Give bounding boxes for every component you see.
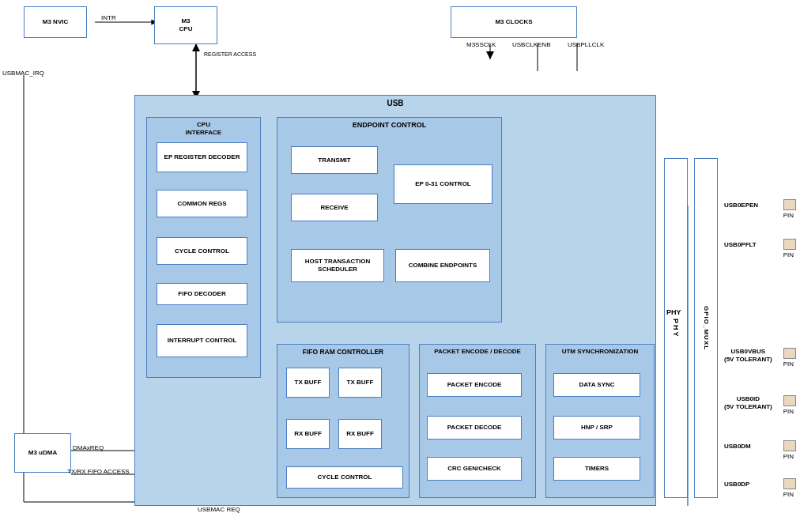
cycle-control-fifo-label: CYCLE CONTROL bbox=[318, 474, 372, 481]
crc-gen-check-block: CRC GEN/CHECK bbox=[427, 457, 522, 481]
usb0epen-label: USB0EPEN bbox=[724, 202, 758, 209]
fifo-decoder-label: FIFO DECODER bbox=[178, 290, 225, 298]
interrupt-control-label: INTERRUPT CONTROL bbox=[168, 337, 237, 345]
register-access-label: REGISTER ACCESS bbox=[204, 51, 256, 57]
interrupt-control-block: INTERRUPT CONTROL bbox=[157, 324, 247, 357]
fifo-ram-controller-label: FIFO RAM CONTROLLER bbox=[303, 348, 383, 356]
common-regs-block: COMMON REGS bbox=[157, 190, 247, 217]
m3-udma-label: M3 uDMA bbox=[28, 449, 57, 457]
usb0vbus-pin bbox=[783, 348, 796, 359]
usbmac-irq-label: USBMAC_IRQ bbox=[2, 70, 44, 77]
m3-clocks-label: M3 CLOCKS bbox=[495, 18, 532, 26]
usb0id-pin-label: PIN bbox=[783, 408, 794, 415]
usb0id-label: USB0ID(5V TOLERANT) bbox=[724, 395, 772, 412]
packet-encode-label: PACKET ENCODE bbox=[447, 381, 502, 389]
usbmac-req-label: USBMAC REQ bbox=[198, 506, 240, 513]
cycle-control-cpu-block: CYCLE CONTROL bbox=[157, 237, 247, 265]
ep-register-decoder-label: EP REGISTER DECODER bbox=[164, 153, 240, 161]
m3-clocks-block: M3 CLOCKS bbox=[451, 6, 577, 38]
dmaxreq-label: DMAxREQ bbox=[73, 444, 104, 451]
gpio-muxl-block: GPIO_MUXL bbox=[694, 158, 718, 498]
transmit-label: TRANSMIT bbox=[318, 157, 350, 164]
packet-decode-label: PACKET DECODE bbox=[447, 424, 502, 432]
tx-buff-2-block: TX BUFF bbox=[338, 368, 382, 398]
tx-buff-1-block: TX BUFF bbox=[286, 368, 330, 398]
data-sync-block: DATA SYNC bbox=[553, 373, 640, 397]
host-transaction-scheduler-label: HOST TRANSACTION SCHEDULER bbox=[292, 258, 383, 273]
hnp-srp-block: HNP / SRP bbox=[553, 416, 640, 440]
m3-udma-block: M3 uDMA bbox=[14, 433, 71, 473]
usb0dm-pin-label: PIN bbox=[783, 453, 794, 460]
rx-buff-2-block: RX BUFF bbox=[338, 419, 382, 449]
rx-buff-2-label: RX BUFF bbox=[346, 430, 374, 438]
rx-buff-1-label: RX BUFF bbox=[294, 430, 322, 438]
crc-gen-check-label: CRC GEN/CHECK bbox=[447, 465, 501, 473]
usb0dp-pin bbox=[783, 478, 796, 489]
usb0dp-label: USB0DP bbox=[724, 481, 749, 488]
host-transaction-scheduler-block: HOST TRANSACTION SCHEDULER bbox=[291, 249, 384, 282]
m3-cpu-block: M3CPU bbox=[154, 6, 217, 44]
m3ssclk-label: M3SSCLK bbox=[466, 41, 496, 48]
usb0vbus-label: USB0VBUS(5V TOLERANT) bbox=[724, 348, 772, 364]
svg-marker-7 bbox=[486, 51, 494, 59]
common-regs-label: COMMON REGS bbox=[177, 200, 226, 208]
utm-synchronization-label: UTM SYNCHRONIZATION bbox=[562, 348, 639, 356]
ep-0-31-control-block: EP 0-31 CONTROL bbox=[394, 164, 492, 204]
usb0pflt-pin bbox=[783, 239, 796, 250]
usb0epen-pin bbox=[783, 199, 796, 210]
m3-nvic-label: M3 NVIC bbox=[43, 18, 68, 26]
cpu-interface-label: CPUINTERFACE bbox=[186, 121, 221, 136]
usb0pflt-pin-label: PIN bbox=[783, 251, 794, 258]
combine-endpoints-block: COMBINE ENDPOINTS bbox=[395, 249, 490, 282]
rx-buff-1-block: RX BUFF bbox=[286, 419, 330, 449]
phy-text-label: PHY bbox=[666, 308, 681, 316]
diagram: M3 NVIC M3CPU INTR REGISTER ACCESS M3 CL… bbox=[0, 0, 800, 532]
phy-label: PHY bbox=[672, 319, 681, 338]
cycle-control-fifo-block: CYCLE CONTROL bbox=[286, 466, 403, 489]
timers-block: TIMERS bbox=[553, 457, 640, 481]
packet-encode-decode-label: PACKET ENCODE / DECODE bbox=[434, 348, 521, 356]
data-sync-label: DATA SYNC bbox=[579, 381, 614, 389]
tx-buff-1-label: TX BUFF bbox=[295, 379, 322, 387]
usbclkenb-label: USBCLKENB bbox=[512, 41, 550, 48]
transmit-block: TRANSMIT bbox=[291, 146, 378, 174]
packet-decode-block: PACKET DECODE bbox=[427, 416, 522, 440]
usb0pflt-label: USB0PFLT bbox=[724, 241, 757, 248]
timers-label: TIMERS bbox=[585, 465, 609, 473]
usb0dp-pin-label: PIN bbox=[783, 491, 794, 498]
endpoint-control-label: ENDPOINT CONTROL bbox=[353, 121, 427, 130]
intr-label: INTR bbox=[101, 14, 116, 21]
usb-label: USB bbox=[387, 99, 403, 108]
usb0epen-pin-label: PIN bbox=[783, 212, 794, 219]
cycle-control-cpu-label: CYCLE CONTROL bbox=[175, 247, 229, 255]
packet-encode-block: PACKET ENCODE bbox=[427, 373, 522, 397]
usb0id-pin bbox=[783, 395, 796, 406]
svg-marker-3 bbox=[192, 43, 200, 51]
receive-block: RECEIVE bbox=[291, 194, 378, 221]
gpio-muxl-label: GPIO_MUXL bbox=[702, 306, 710, 350]
tx-buff-2-label: TX BUFF bbox=[347, 379, 374, 387]
receive-label: RECEIVE bbox=[320, 204, 348, 212]
usb0dm-pin bbox=[783, 440, 796, 451]
phy-block: PHY bbox=[664, 158, 688, 498]
usb0vbus-pin-label: PIN bbox=[783, 360, 794, 368]
ep-register-decoder-block: EP REGISTER DECODER bbox=[157, 142, 247, 172]
fifo-decoder-block: FIFO DECODER bbox=[157, 283, 247, 305]
usb0dm-label: USB0DM bbox=[724, 443, 751, 450]
tx-rx-fifo-access-label: TX/RX FIFO ACCESS bbox=[67, 468, 130, 476]
ep-0-31-control-label: EP 0-31 CONTROL bbox=[415, 180, 471, 188]
m3-cpu-label: M3CPU bbox=[179, 17, 193, 32]
usbpllclk-label: USBPLLCLK bbox=[568, 41, 604, 48]
combine-endpoints-label: COMBINE ENDPOINTS bbox=[409, 262, 477, 270]
m3-nvic-block: M3 NVIC bbox=[24, 6, 87, 38]
hnp-srp-label: HNP / SRP bbox=[581, 424, 613, 432]
